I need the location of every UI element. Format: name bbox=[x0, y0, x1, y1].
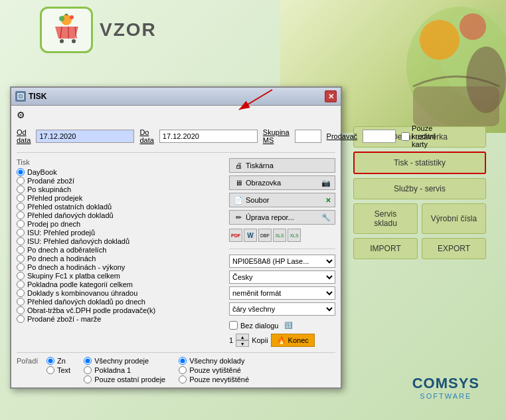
radio-pouze-vytistene-input[interactable] bbox=[179, 366, 187, 374]
radio-daybook[interactable]: DayBook bbox=[17, 168, 224, 176]
radio-isu-prehled-danovych-input[interactable] bbox=[17, 237, 25, 245]
radio-pokladna-1[interactable]: Pokladna 1 bbox=[84, 366, 165, 374]
radio-prodej-po-dnech[interactable]: Prodej po dnech bbox=[17, 220, 224, 228]
radio-prehled-ostatnich[interactable]: Přehled ostatních dokladů bbox=[17, 203, 224, 211]
icon-pdf[interactable]: PDF bbox=[229, 229, 242, 242]
servis-row: Servis skladu Výrobní čísla bbox=[353, 203, 486, 234]
radio-isu-prehled-prodeju-input[interactable] bbox=[17, 229, 25, 237]
bez-dialogu-checkbox[interactable] bbox=[229, 321, 238, 330]
icon-dbf[interactable]: DBF bbox=[258, 229, 272, 242]
radio-zn[interactable]: Zn bbox=[46, 357, 70, 365]
radio-text-input[interactable] bbox=[46, 366, 54, 374]
radio-doklady-kombinovana-input[interactable] bbox=[17, 289, 25, 297]
radio-isu-prehled-prodeju-label: ISU: Přehled prodejů bbox=[27, 229, 95, 237]
dialog-body: ⚙ Od data Do data Skupina MS Prodavač Po… bbox=[11, 106, 341, 387]
radio-obrat-trzba-input[interactable] bbox=[17, 306, 25, 314]
radio-prehled-danovych-po-dnech-input[interactable] bbox=[17, 298, 25, 306]
radio-pouze-vytistene[interactable]: Pouze vytištěné bbox=[179, 366, 249, 374]
radio-po-dnech-odberat-input[interactable] bbox=[17, 246, 25, 254]
soubor-button[interactable]: 📄 Soubor ✕ bbox=[229, 193, 335, 207]
radio-po-dnech-hodinach-label: Po dnech a hodinách bbox=[27, 255, 96, 262]
radio-prehled-prodejek[interactable]: Přehled prodejek bbox=[17, 194, 224, 202]
radio-po-dnech-hodinach-input[interactable] bbox=[17, 255, 25, 262]
sluzby-servis-button[interactable]: Služby - servis bbox=[353, 178, 486, 199]
radio-skupiny-fc1-label: Skupiny Fc1 x platba celkem bbox=[27, 272, 120, 280]
radio-isu-prehled-prodeju[interactable]: ISU: Přehled prodejů bbox=[17, 229, 224, 237]
radio-prodane-zbozi-marze-label: Prodané zboží - marže bbox=[27, 315, 101, 323]
skupina-ms-input[interactable] bbox=[295, 130, 321, 143]
lines-select[interactable]: čáry všechny bbox=[229, 302, 335, 316]
radio-prehled-prodejek-input[interactable] bbox=[17, 194, 25, 202]
radio-isu-prehled-danovych[interactable]: ISU: Přehled daňových dokladů bbox=[17, 237, 224, 245]
skupina-ms-label: Skupina MS bbox=[263, 128, 290, 144]
radio-pokladna-kategorie[interactable]: Pokladna podle kategorií celkem bbox=[17, 280, 224, 288]
radio-prehled-danovych[interactable]: Přehled daňových dokladů bbox=[17, 211, 224, 219]
radio-text[interactable]: Text bbox=[46, 366, 70, 374]
radio-pokladna-kategorie-input[interactable] bbox=[17, 280, 25, 288]
fields-row: Od data Do data Skupina MS Prodavač Pouz… bbox=[17, 124, 335, 153]
radio-prehled-ostatnich-input[interactable] bbox=[17, 203, 25, 211]
prodavac-input[interactable] bbox=[363, 130, 396, 143]
close-button[interactable]: ✕ bbox=[325, 90, 337, 102]
import-button[interactable]: IMPORT bbox=[353, 238, 418, 259]
radio-po-dnech-vykony[interactable]: Po dnech a hodinách - výkony bbox=[17, 263, 224, 271]
radio-po-skupinach[interactable]: Po skupinách bbox=[17, 185, 224, 193]
radio-prodej-po-dnech-label: Prodej po dnech bbox=[27, 220, 80, 228]
radio-vsechny-doklady[interactable]: Všechny doklady bbox=[179, 357, 249, 365]
radio-pouze-nevytistene[interactable]: Pouze nevytištěné bbox=[179, 375, 249, 383]
icon-xls2[interactable]: XLS bbox=[288, 229, 301, 242]
radio-obrat-trzba-label: Obrat-tržba vč.DPH podle prodavače(k) bbox=[27, 306, 155, 314]
poradi-section: Pořadí Zn Text Vše bbox=[17, 352, 335, 383]
radio-skupiny-fc1-input[interactable] bbox=[17, 272, 25, 280]
printer-select[interactable]: NPI0E58A8 (HP Lase... bbox=[229, 255, 335, 268]
radio-prehled-danovych-input[interactable] bbox=[17, 211, 25, 219]
radio-prodej-po-dnech-input[interactable] bbox=[17, 220, 25, 228]
od-data-input[interactable] bbox=[36, 130, 134, 143]
icon-word[interactable]: W bbox=[244, 229, 257, 242]
radio-prodane-zbozi-marze-input[interactable] bbox=[17, 315, 25, 323]
radio-prodane-zbozi-label: Prodané zboží bbox=[27, 177, 74, 185]
radio-vsechny-prodeje[interactable]: Všechny prodeje bbox=[84, 357, 165, 365]
tiskarna-button[interactable]: 🖨 Tiskárna bbox=[229, 158, 335, 173]
radio-vsechny-doklady-input[interactable] bbox=[179, 357, 187, 365]
radio-prehled-danovych-label: Přehled daňových dokladů bbox=[27, 211, 114, 219]
dialog-title-text: TISK bbox=[29, 92, 46, 101]
radio-pouze-nevytistene-label: Pouze nevytištěné bbox=[189, 375, 249, 383]
radio-pouze-ostatni-input[interactable] bbox=[84, 375, 92, 383]
radio-prodane-zbozi-input[interactable] bbox=[17, 177, 25, 185]
radio-doklady-kombinovana[interactable]: Doklady s kombinovanou úhradou bbox=[17, 289, 224, 297]
vyrobni-cisla-button[interactable]: Výrobní čísla bbox=[422, 203, 486, 234]
radio-zn-input[interactable] bbox=[46, 357, 54, 365]
radio-daybook-input[interactable] bbox=[17, 168, 25, 176]
spin-up-button[interactable]: ▲ bbox=[236, 334, 249, 340]
radio-prodane-zbozi[interactable]: Prodané zboží bbox=[17, 177, 224, 185]
export-button[interactable]: EXPORT bbox=[422, 238, 486, 259]
tisk-statistiky-button[interactable]: Tisk - statistiky bbox=[353, 152, 486, 174]
format-select[interactable]: neměnit formát bbox=[229, 286, 335, 300]
radio-po-dnech-odberat[interactable]: Po dnech a odběratelích bbox=[17, 246, 224, 254]
pouze-kreditni-checkbox[interactable] bbox=[401, 132, 410, 141]
konec-button[interactable]: 🔥 Konec bbox=[271, 334, 315, 347]
radio-pokladna-1-input[interactable] bbox=[84, 366, 92, 374]
icon-xls[interactable]: XLS bbox=[273, 229, 286, 242]
radio-po-dnech-hodinach[interactable]: Po dnech a hodinách bbox=[17, 255, 224, 262]
do-data-input[interactable] bbox=[159, 130, 258, 143]
radio-obrat-trzba[interactable]: Obrat-tržba vč.DPH podle prodavače(k) bbox=[17, 306, 224, 314]
uprava-reportu-button[interactable]: ✏ Úprava repor... 🔧 bbox=[229, 210, 335, 225]
radio-vsechny-prodeje-input[interactable] bbox=[84, 357, 92, 365]
obrazovka-button[interactable]: 🖥 Obrazovka 📷 bbox=[229, 175, 335, 190]
radio-po-dnech-vykony-input[interactable] bbox=[17, 263, 25, 271]
spin-down-button[interactable]: ▼ bbox=[236, 340, 249, 347]
kopii-value: 1 bbox=[229, 336, 233, 344]
pouze-kreditni-label[interactable]: Pouze kreditní karty bbox=[401, 124, 436, 148]
radio-pouze-nevytistene-input[interactable] bbox=[179, 375, 187, 383]
radio-po-skupinach-input[interactable] bbox=[17, 185, 25, 193]
radio-prodane-zbozi-marze[interactable]: Prodané zboží - marže bbox=[17, 315, 224, 323]
radio-pouze-ostatni[interactable]: Pouze ostatní prodeje bbox=[84, 375, 165, 383]
servis-skladu-button[interactable]: Servis skladu bbox=[353, 203, 418, 234]
radio-skupiny-fc1[interactable]: Skupiny Fc1 x platba celkem bbox=[17, 272, 224, 280]
camera-icon: 📷 bbox=[321, 179, 331, 187]
radio-prehled-danovych-po-dnech[interactable]: Přehled daňových dokladů po dnech bbox=[17, 298, 224, 306]
dialog-title: TISK bbox=[15, 91, 46, 102]
language-select[interactable]: Česky bbox=[229, 270, 335, 284]
